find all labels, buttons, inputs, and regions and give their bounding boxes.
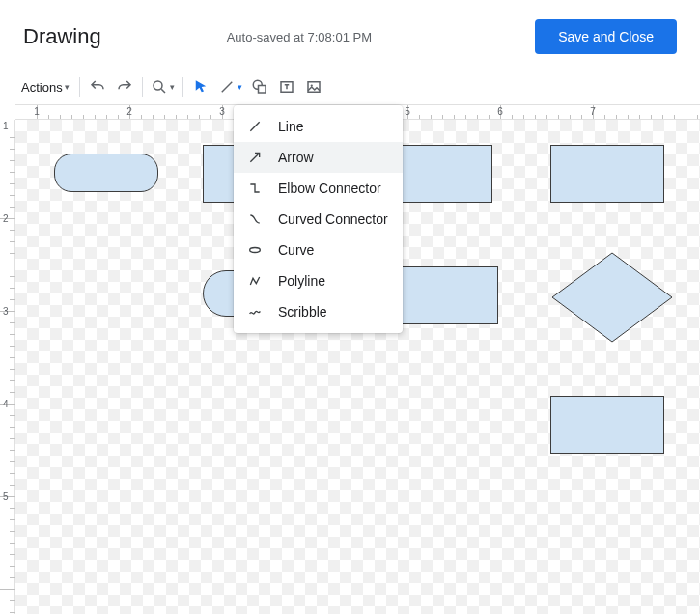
svg-marker-8 <box>552 253 672 342</box>
caret-down-icon: ▾ <box>65 82 70 92</box>
line-icon <box>247 119 266 134</box>
line-menu-item-curved-connector[interactable]: Curved Connector <box>234 204 403 235</box>
svg-point-0 <box>154 81 162 90</box>
line-menu-item-elbow-connector[interactable]: Elbow Connector <box>234 173 403 204</box>
image-tool-button[interactable] <box>300 73 327 100</box>
autosave-status: Auto-saved at 7:08:01 PM <box>101 30 535 44</box>
arrow-icon <box>247 150 266 165</box>
actions-label: Actions <box>21 80 63 95</box>
actions-menu-button[interactable]: Actions▾ <box>15 73 75 100</box>
zoom-icon <box>151 78 168 96</box>
menu-item-label: Scribble <box>278 304 327 320</box>
undo-button[interactable] <box>84 73 111 100</box>
polyline-icon <box>247 273 266 289</box>
shape-rect[interactable] <box>550 396 664 454</box>
save-and-close-button[interactable]: Save and Close <box>535 19 677 54</box>
shape-rounded-rect[interactable] <box>54 154 158 192</box>
scribble-icon <box>247 304 266 320</box>
zoom-button[interactable]: ▾ <box>147 73 179 100</box>
image-icon <box>305 78 322 96</box>
redo-icon <box>116 78 133 96</box>
caret-down-icon: ▾ <box>170 82 175 92</box>
svg-rect-6 <box>308 82 320 93</box>
svg-line-9 <box>250 122 259 130</box>
svg-line-2 <box>221 82 232 93</box>
textbox-tool-button[interactable] <box>273 73 300 100</box>
shape-rect[interactable] <box>550 145 664 203</box>
curved-connector-icon <box>247 211 266 227</box>
menu-item-label: Curved Connector <box>278 211 388 227</box>
cursor-icon <box>192 78 210 96</box>
menu-item-label: Polyline <box>278 273 325 289</box>
elbow-connector-icon <box>247 181 266 196</box>
menu-item-label: Elbow Connector <box>278 181 381 196</box>
shape-tool-button[interactable] <box>246 73 273 100</box>
menu-item-label: Curve <box>278 242 314 258</box>
separator <box>79 77 80 97</box>
menu-item-label: Line <box>278 119 303 134</box>
shape-icon <box>251 78 268 96</box>
select-tool-button[interactable] <box>187 73 214 100</box>
curve-icon <box>247 242 266 258</box>
dialog-header: Drawing Auto-saved at 7:08:01 PM Save an… <box>0 0 700 70</box>
caret-down-icon: ▾ <box>238 82 242 92</box>
line-tool-dropdown: LineArrowElbow ConnectorCurved Connector… <box>234 105 403 333</box>
separator <box>182 77 183 97</box>
line-menu-item-line[interactable]: Line <box>234 111 403 142</box>
line-menu-item-polyline[interactable]: Polyline <box>234 265 403 296</box>
dialog-title: Drawing <box>23 24 101 49</box>
ruler-vertical: 12345 <box>0 120 15 614</box>
line-tool-button[interactable]: ▾ <box>214 73 246 100</box>
svg-line-10 <box>250 154 258 162</box>
undo-icon <box>89 78 106 96</box>
svg-rect-4 <box>258 86 266 94</box>
redo-button[interactable] <box>111 73 138 100</box>
textbox-icon <box>278 78 295 96</box>
menu-item-label: Arrow <box>278 150 314 165</box>
svg-line-1 <box>161 89 165 93</box>
toolbar: Actions▾ ▾ ▾ <box>8 70 692 104</box>
shape-rect[interactable] <box>402 266 498 324</box>
separator <box>142 77 143 97</box>
line-menu-item-arrow[interactable]: Arrow <box>234 142 403 173</box>
line-menu-item-scribble[interactable]: Scribble <box>234 296 403 327</box>
shape-diamond[interactable] <box>550 251 674 344</box>
line-menu-item-curve[interactable]: Curve <box>234 235 403 265</box>
line-icon <box>218 78 236 96</box>
